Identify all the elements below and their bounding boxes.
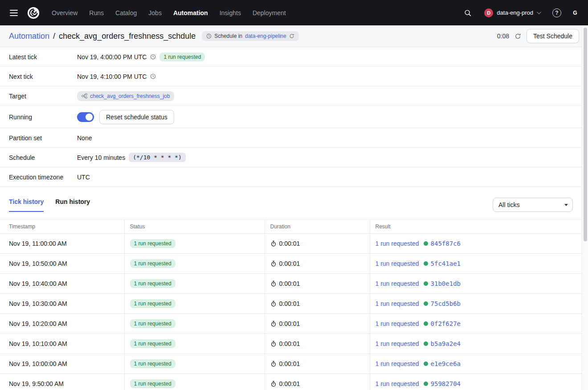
run-link[interactable]: 5fc41ae1 (424, 260, 461, 267)
tick-history-table: Timestamp Status Duration Result Nov 19,… (0, 219, 582, 390)
run-id: 845f87c6 (431, 240, 461, 247)
tick-status-badge: 1 run requested (130, 299, 176, 308)
run-id: 75cd5b6b (431, 300, 461, 307)
column-header-timestamp: Timestamp (0, 220, 124, 234)
clock-icon (206, 33, 212, 39)
refresh-timer: 0:08 (497, 32, 509, 40)
tick-duration: 0:00:01 (270, 380, 364, 387)
stopwatch-icon (270, 321, 277, 327)
column-header-duration: Duration (265, 220, 370, 234)
run-link[interactable]: 31b0e1db (424, 280, 461, 287)
tick-duration: 0:00:01 (270, 320, 364, 327)
nav-item-catalog[interactable]: Catalog (115, 9, 137, 16)
run-id: e1e9ce6a (431, 360, 461, 367)
tick-result-link[interactable]: 1 run requested (376, 360, 419, 367)
nav-item-runs[interactable]: Runs (89, 9, 104, 16)
tick-status-badge: 1 run requested (130, 239, 176, 248)
scrollbar[interactable] (582, 25, 588, 390)
tick-table-body: Nov 19, 11:00:00 AM 1 run requested 0:00… (0, 234, 582, 390)
tick-row: Nov 19, 10:10:00 AM 1 run requested 0:00… (0, 334, 582, 354)
toggle-knob (86, 114, 93, 121)
tick-duration: 0:00:01 (270, 340, 364, 347)
stopwatch-icon (270, 260, 277, 267)
run-success-dot (424, 382, 428, 386)
clock-icon (150, 54, 156, 60)
stopwatch-icon (270, 361, 277, 367)
nav-item-deployment[interactable]: Deployment (253, 9, 286, 16)
detail-row-latest-tick: Latest tick Nov 19, 4:00:00 PM UTC 1 run… (0, 47, 582, 67)
history-tabs: Tick historyRun history (9, 198, 90, 212)
tick-row: Nov 19, 10:50:00 AM 1 run requested 0:00… (0, 254, 582, 274)
page-title: check_avg_orders_freshness_schdule (59, 32, 196, 41)
tab-run-history[interactable]: Run history (55, 198, 90, 212)
tick-result-link[interactable]: 1 run requested (376, 340, 419, 347)
tick-result-link[interactable]: 1 run requested (376, 300, 419, 307)
user-avatar[interactable]: G (569, 7, 581, 19)
reset-schedule-status-button[interactable]: Reset schedule status (99, 110, 174, 124)
run-success-dot (424, 321, 428, 326)
breadcrumb-automation-link[interactable]: Automation (9, 32, 49, 41)
test-schedule-button[interactable]: Test Schedule (527, 29, 579, 43)
run-link[interactable]: e1e9ce6a (424, 360, 461, 367)
column-header-result: Result (370, 220, 582, 234)
run-success-dot (424, 341, 428, 346)
tick-row: Nov 19, 10:20:00 AM 1 run requested 0:00… (0, 314, 582, 334)
tick-result-link[interactable]: 1 run requested (376, 240, 419, 247)
run-success-dot (424, 261, 428, 266)
run-id: b5a9a2e4 (431, 340, 461, 347)
reload-location-icon[interactable] (289, 33, 294, 39)
deployment-switcher[interactable]: D data-eng-prod (480, 6, 544, 20)
latest-tick-status-badge: 1 run requested (159, 53, 205, 61)
schedule-badge-prefix: Schedule in (214, 33, 242, 39)
run-link[interactable]: 75cd5b6b (424, 300, 461, 307)
tick-result-link[interactable]: 1 run requested (376, 260, 419, 267)
chevron-down-icon (537, 10, 541, 14)
run-success-dot (424, 362, 428, 366)
page-header: Automation / check_avg_orders_freshness_… (0, 25, 588, 47)
tick-status-badge: 1 run requested (130, 359, 176, 368)
running-toggle[interactable] (77, 112, 94, 122)
schedule-location-badge: Schedule in data-eng-pipeline (202, 31, 298, 41)
hamburger-icon (10, 10, 18, 16)
dagster-logo-icon[interactable] (26, 5, 41, 20)
run-success-dot (424, 301, 428, 306)
schedule-interval: Every 10 minutes (77, 154, 125, 161)
run-link[interactable]: 95982704 (424, 380, 461, 387)
table-header-row: Timestamp Status Duration Result (0, 220, 582, 234)
tick-timestamp: Nov 19, 10:50:00 AM (0, 254, 124, 274)
run-link[interactable]: 845f87c6 (424, 240, 461, 247)
tick-result-link[interactable]: 1 run requested (376, 320, 419, 327)
help-button[interactable]: ? (551, 7, 563, 19)
stopwatch-icon (270, 341, 277, 347)
target-job-link[interactable]: check_avg_orders_freshness_job (77, 91, 174, 101)
detail-label: Running (9, 114, 77, 121)
tab-tick-history[interactable]: Tick history (9, 198, 44, 212)
refresh-button[interactable] (514, 32, 522, 41)
run-link[interactable]: 0f2f627e (424, 320, 461, 327)
detail-label: Next tick (9, 73, 77, 80)
tick-duration: 0:00:01 (270, 280, 364, 287)
latest-tick-time: Nov 19, 4:00:00 PM UTC (77, 53, 147, 61)
run-id: 31b0e1db (431, 280, 461, 287)
caret-down-icon (564, 204, 568, 206)
nav-right: D data-eng-prod ? G (462, 6, 581, 20)
menu-button[interactable] (7, 5, 20, 20)
detail-row-running: Running Reset schedule status (0, 106, 582, 128)
search-button[interactable] (462, 7, 474, 19)
top-navbar: OverviewRunsCatalogJobsAutomationInsight… (0, 0, 588, 25)
tick-filter-select[interactable]: All ticks (493, 198, 573, 212)
nav-item-jobs[interactable]: Jobs (148, 9, 162, 16)
detail-label: Execution timezone (9, 174, 77, 181)
code-location-link[interactable]: data-eng-pipeline (245, 33, 286, 39)
tick-result-link[interactable]: 1 run requested (376, 280, 419, 287)
scrollbar-thumb[interactable] (584, 28, 587, 241)
refresh-icon (514, 33, 521, 40)
tick-timestamp: Nov 19, 10:40:00 AM (0, 274, 124, 294)
nav-item-insights[interactable]: Insights (220, 9, 241, 16)
run-link[interactable]: b5a9a2e4 (424, 340, 461, 347)
nav-item-overview[interactable]: Overview (52, 9, 78, 16)
schedule-details: Latest tick Nov 19, 4:00:00 PM UTC 1 run… (0, 47, 582, 390)
tick-result-link[interactable]: 1 run requested (376, 380, 419, 387)
column-header-status: Status (124, 220, 265, 234)
nav-item-automation[interactable]: Automation (173, 9, 208, 16)
